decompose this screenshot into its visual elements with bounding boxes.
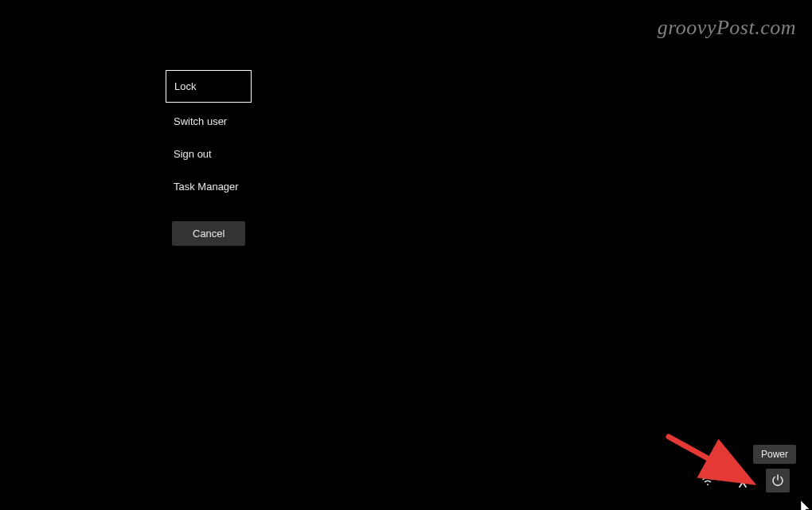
watermark-text: groovyPost.com bbox=[658, 16, 796, 40]
menu-item-sign-out[interactable]: Sign out bbox=[166, 140, 325, 168]
accessibility-button[interactable] bbox=[731, 469, 755, 492]
menu-item-label: Switch user bbox=[174, 115, 227, 127]
cancel-button-label: Cancel bbox=[193, 228, 224, 239]
menu-item-label: Task Manager bbox=[174, 181, 239, 193]
svg-point-0 bbox=[741, 474, 744, 477]
system-tray bbox=[696, 469, 790, 492]
menu-item-lock[interactable]: Lock bbox=[166, 70, 252, 103]
wifi-icon bbox=[701, 475, 715, 486]
power-icon bbox=[771, 474, 784, 487]
tooltip-label: Power bbox=[761, 449, 788, 460]
menu-item-label: Sign out bbox=[174, 148, 212, 160]
wifi-button[interactable] bbox=[696, 469, 720, 492]
cancel-button[interactable]: Cancel bbox=[172, 221, 245, 246]
menu-item-task-manager[interactable]: Task Manager bbox=[166, 173, 325, 200]
ctrl-alt-del-menu: Lock Switch user Sign out Task Manager C… bbox=[166, 70, 325, 246]
menu-item-switch-user[interactable]: Switch user bbox=[166, 107, 325, 135]
power-button[interactable] bbox=[766, 469, 790, 492]
power-tooltip: Power bbox=[753, 445, 796, 464]
accessibility-icon bbox=[736, 473, 749, 488]
menu-item-label: Lock bbox=[174, 80, 196, 92]
